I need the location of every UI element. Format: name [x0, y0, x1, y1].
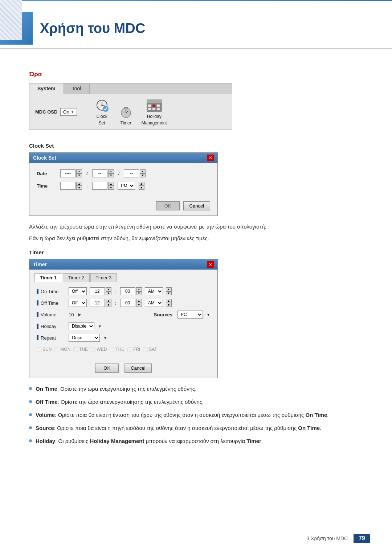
clock-set-label-line2: Set [99, 120, 105, 126]
mdc-osd-row: MDC OSD On ▼ [35, 108, 77, 116]
date-spin-3: ▲ ▼ [140, 169, 146, 177]
svg-rect-13 [148, 108, 151, 110]
tab-system[interactable]: System [29, 83, 64, 94]
off-time-min-up[interactable]: ▲ [136, 299, 142, 303]
date-spin-up-3[interactable]: ▲ [140, 169, 146, 173]
page-footer: 3 Χρήση του MDC 79 [307, 534, 370, 543]
day-tue-cb[interactable] [73, 347, 78, 352]
bullet-dot-offtime [29, 400, 32, 403]
on-time-ampm-up[interactable]: ▲ [166, 287, 172, 291]
date-field-1: ▲ ▼ [60, 169, 82, 177]
timer-ok-btn[interactable]: OK [95, 364, 119, 373]
off-time-hour-down[interactable]: ▼ [106, 303, 111, 307]
on-time-label: On Time [37, 289, 66, 294]
repeat-arrow: ▼ [103, 336, 107, 340]
bullet-item-offtime: Off Time: Ορίστε την ώρα απενεργοποίησης… [29, 398, 363, 406]
svg-point-1 [101, 104, 103, 106]
date-input-3[interactable] [124, 169, 139, 177]
on-time-min-input[interactable] [120, 287, 135, 295]
time-spin-up-1[interactable]: ▲ [76, 182, 82, 186]
repeat-select[interactable]: Once Every Day Mon~Fri Mon~Sat Sat~Sun M… [69, 334, 100, 342]
date-spin-down-1[interactable]: ▼ [76, 173, 82, 177]
holiday-select[interactable]: Disable Enable [69, 322, 94, 330]
page-number: 79 [359, 535, 365, 541]
on-time-hour-up[interactable]: ▲ [106, 287, 111, 291]
sources-label: Sources [154, 312, 172, 317]
off-time-ampm-select[interactable]: AM PM [145, 299, 163, 307]
timer-tab-2[interactable]: Timer 2 [63, 273, 90, 282]
holiday-icon-item[interactable]: Holiday Management [142, 98, 167, 126]
ampm-spin-up[interactable]: ▲ [139, 182, 144, 186]
on-time-row: On Time Off On ▲ ▼ : ▲ [37, 287, 210, 295]
bullet-text-holiday: Holiday: Οι ρυθμίσεις Holiday Management… [36, 437, 263, 446]
timer-tab-1[interactable]: Timer 1 [34, 273, 62, 282]
on-time-select[interactable]: Off On [69, 287, 87, 295]
bullet-text-source: Source: Ορίστε ποια θα είναι η πηγή εισό… [36, 424, 321, 432]
date-spin-up-2[interactable]: ▲ [108, 169, 114, 173]
off-time-hour-up[interactable]: ▲ [106, 299, 111, 303]
icon-group: Clock Set Timer [94, 98, 167, 126]
holiday-label: Holiday [37, 324, 66, 329]
timer-icon-item[interactable]: Timer [118, 104, 134, 126]
day-fri: FRI [127, 347, 140, 352]
timer-tab-3[interactable]: Timer 3 [90, 273, 117, 282]
day-fri-cb[interactable] [127, 347, 132, 352]
date-spin-down-2[interactable]: ▼ [108, 173, 114, 177]
off-time-indicator [37, 300, 38, 305]
mdc-osd-value: On [63, 109, 69, 115]
time-spin-up-2[interactable]: ▲ [108, 182, 114, 186]
time-input-1[interactable] [60, 182, 75, 190]
day-thu-cb[interactable] [110, 347, 114, 352]
date-spin-up-1[interactable]: ▲ [76, 169, 82, 173]
day-sat-cb[interactable] [143, 347, 148, 352]
off-time-min-input[interactable] [120, 299, 135, 307]
off-time-select[interactable]: Off On [69, 299, 87, 307]
clock-set-ok-btn[interactable]: OK [156, 201, 180, 210]
timer-close-btn[interactable]: ✕ [207, 261, 214, 268]
repeat-indicator [37, 335, 38, 340]
date-input-2[interactable] [92, 169, 107, 177]
clock-set-label-line1: Clock [97, 114, 107, 119]
mdc-osd-select[interactable]: On ▼ [60, 108, 77, 116]
day-wed-label: WED [97, 347, 107, 352]
day-sun-cb[interactable] [37, 347, 41, 352]
on-time-hour-down[interactable]: ▼ [106, 291, 111, 295]
time-spin-down-1[interactable]: ▼ [76, 186, 82, 190]
on-time-min-down[interactable]: ▼ [136, 291, 142, 295]
volume-indicator [37, 312, 38, 317]
holiday-indicator [37, 324, 38, 329]
date-spin-down-3[interactable]: ▼ [140, 173, 146, 177]
on-time-min-up[interactable]: ▲ [136, 287, 142, 291]
on-time-ampm-down[interactable]: ▼ [166, 291, 172, 295]
time-input-2[interactable] [92, 182, 107, 190]
timer-footer: OK Cancel [29, 361, 217, 378]
off-time-hour-input[interactable] [90, 299, 105, 307]
day-wed-cb[interactable] [91, 347, 95, 352]
on-time-hour-input[interactable] [90, 287, 105, 295]
off-time-min-field: ▲ ▼ [120, 299, 142, 307]
time-spin-down-2[interactable]: ▼ [108, 186, 114, 190]
clock-set-close-btn[interactable]: ✕ [207, 155, 214, 161]
day-tue-label: TUE [79, 347, 88, 352]
timer-cancel-btn[interactable]: Cancel [124, 364, 151, 373]
bullet-dot-ontime [29, 387, 32, 390]
off-time-min-down[interactable]: ▼ [136, 303, 142, 307]
time-row: Time ▲ ▼ : ▲ ▼ PM [37, 182, 210, 190]
clock-set-heading: Clock Set [29, 143, 363, 149]
off-time-ampm-down[interactable]: ▼ [166, 303, 172, 307]
clock-set-cancel-btn[interactable]: Cancel [183, 201, 210, 210]
svg-rect-11 [152, 104, 155, 107]
system-tool-panel: System Tool MDC OSD On ▼ [29, 83, 232, 130]
ampm-spin-down[interactable]: ▼ [139, 186, 144, 190]
on-time-ampm-select[interactable]: AM PM [145, 287, 163, 295]
day-fri-label: FRI [133, 347, 140, 352]
date-input-1[interactable] [60, 169, 75, 177]
off-time-ampm-up[interactable]: ▲ [166, 299, 172, 303]
sources-select[interactable]: PC HDMI DVI [177, 311, 203, 319]
bullet-item-volume: Volume: Ορίστε ποια θα είναι η ένταση το… [29, 411, 363, 419]
time-ampm-select[interactable]: PM AM [118, 182, 135, 190]
clock-set-icon-item[interactable]: Clock Set [94, 98, 110, 126]
on-time-indicator [37, 289, 38, 294]
tab-tool[interactable]: Tool [64, 83, 90, 94]
day-mon-cb[interactable] [54, 347, 59, 352]
